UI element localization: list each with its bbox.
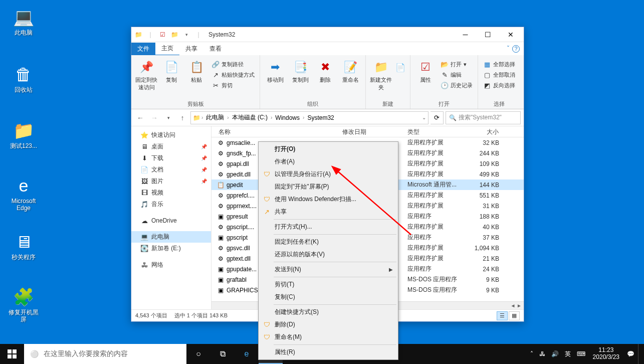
tray-overflow[interactable]: ˄ [528, 344, 536, 364]
properties-icon[interactable]: ☑ [157, 30, 167, 40]
desktop-icon-this-pc[interactable]: 💻此电脑 [6, 7, 41, 36]
desktop-icon-shutdown-tool[interactable]: 🖥秒关程序 [6, 232, 41, 261]
close-button[interactable]: ✕ [499, 27, 522, 42]
copy-button[interactable]: 📄复制 [159, 57, 183, 99]
breadcrumb[interactable]: 📁 › 此电脑› 本地磁盘 (C:)› Windows› System32 ⌄ [190, 111, 428, 124]
invert-selection-button[interactable]: ◩反向选择 [481, 80, 517, 90]
minimize-button[interactable]: ─ [454, 27, 477, 42]
icons-view-button[interactable]: ▦ [509, 311, 520, 320]
network-icon[interactable]: 🖧 [537, 344, 548, 364]
nav-documents[interactable]: 📄文档📌 [131, 164, 211, 175]
repair-boot-icon: 🧩 [14, 287, 34, 307]
desktop-icon-test-folder[interactable]: 📁测试123... [6, 120, 41, 149]
tab-home[interactable]: 主页 [155, 42, 179, 56]
up-button[interactable]: ↑ [176, 112, 188, 124]
start-button[interactable] [0, 344, 24, 364]
bc-this-pc[interactable]: 此电脑 [204, 112, 226, 123]
context-item[interactable]: 打开(O) [260, 143, 397, 155]
bc-windows[interactable]: Windows [273, 113, 302, 122]
nav-pictures[interactable]: 🖼图片📌 [131, 175, 211, 187]
copy-icon: 📄 [163, 59, 179, 75]
new-folder-button[interactable]: 📁新建文件夹 [369, 57, 393, 99]
copy-to-button[interactable]: 📑复制到 [288, 57, 312, 99]
forward-button[interactable]: → [148, 112, 160, 124]
nav-quick-access[interactable]: ⭐快速访问 [131, 129, 211, 141]
paste-shortcut-button[interactable]: ↗粘贴快捷方式 [209, 70, 257, 80]
refresh-button[interactable]: ⟳ [431, 111, 444, 124]
navigation-pane[interactable]: ⭐快速访问🖥桌面📌⬇下载📌📄文档📌🖼图片📌🎞视频🎵音乐☁OneDrive💻此电脑… [131, 126, 211, 309]
desktop-icon: 🖥 [140, 143, 148, 151]
back-button[interactable]: ← [134, 112, 146, 124]
col-name[interactable]: 名称 [211, 126, 339, 137]
select-none-button[interactable]: ▢全部取消 [481, 70, 517, 80]
desktop-icon-edge[interactable]: eMicrosoft Edge [6, 175, 41, 212]
bc-system32[interactable]: System32 [305, 113, 336, 122]
bc-drive-c[interactable]: 本地磁盘 (C:) [230, 112, 270, 123]
new-item-dropdown[interactable]: 📄 [394, 57, 407, 99]
delete-button[interactable]: ✖删除 [313, 57, 337, 99]
action-center-icon[interactable]: 💬 [624, 344, 637, 364]
context-item[interactable]: 🛡删除(D) [260, 318, 397, 331]
details-view-button[interactable]: ☰ [497, 311, 508, 320]
breadcrumb-dropdown[interactable]: ⌄ [422, 115, 426, 120]
context-item[interactable]: 还原以前的版本(V) [260, 248, 397, 261]
task-view-button[interactable]: ⧉ [210, 344, 235, 364]
context-item[interactable]: 固定到任务栏(K) [260, 236, 397, 248]
context-item[interactable]: 🛡使用 Windows Defender扫描... [260, 193, 397, 206]
search-input[interactable]: 🔍 搜索"System32" [446, 111, 521, 124]
tab-file[interactable]: 文件 [131, 43, 155, 55]
context-item[interactable]: 创建快捷方式(S) [260, 306, 397, 318]
nav-music[interactable]: 🎵音乐 [131, 199, 211, 210]
copy-path-button[interactable]: 🔗复制路径 [209, 59, 257, 69]
show-desktop-button[interactable] [638, 344, 641, 364]
ime-indicator[interactable]: 英 [562, 344, 573, 364]
context-item[interactable]: 复制(C) [260, 291, 397, 303]
context-item[interactable]: 作者(A) [260, 155, 397, 168]
context-item[interactable]: 打开方式(H)... [260, 221, 397, 233]
nav-this-pc[interactable]: 💻此电脑 [131, 231, 211, 243]
column-headers[interactable]: 名称 修改日期 类型 大小 [211, 126, 524, 137]
nav-volume-e[interactable]: 💽新加卷 (E:) [131, 243, 211, 254]
context-item[interactable]: 发送到(N)▶ [260, 263, 397, 276]
col-type[interactable]: 类型 [404, 126, 467, 137]
nav-videos[interactable]: 🎞视频 [131, 187, 211, 199]
tab-share[interactable]: 共享 [179, 43, 203, 55]
col-date[interactable]: 修改日期 [339, 126, 404, 137]
edit-button[interactable]: ✎编辑 [439, 70, 475, 80]
qat-dropdown[interactable]: ▾ [181, 30, 191, 40]
desktop[interactable]: 💻此电脑🗑回收站📁测试123...eMicrosoft Edge🖥秒关程序🧩修复… [0, 0, 644, 364]
context-item[interactable]: ↗共享 [260, 206, 397, 218]
edge-taskbar-button[interactable]: e [235, 344, 259, 364]
desktop-icon-recycle-bin[interactable]: 🗑回收站 [6, 64, 41, 93]
cortana-button[interactable]: ○ [186, 344, 210, 364]
keyboard-icon[interactable]: ⌨ [574, 344, 588, 364]
help-icon[interactable]: ? [512, 45, 520, 53]
nav-network[interactable]: 🖧网络 [131, 259, 211, 271]
context-item[interactable]: 属性(R) [260, 346, 397, 358]
clock[interactable]: 11:23 2020/3/23 [589, 347, 623, 361]
paste-button[interactable]: 📋粘贴 [184, 57, 208, 99]
properties-button[interactable]: ☑属性 [413, 57, 438, 99]
ribbon-collapse-icon[interactable]: ˇ [507, 45, 509, 52]
desktop-icon-repair-boot[interactable]: 🧩修复开机黑屏 [6, 287, 41, 323]
context-item[interactable]: 剪切(T) [260, 278, 397, 291]
pin-to-quick-access-button[interactable]: 📌固定到快速访问 [134, 57, 158, 99]
move-to-button[interactable]: ➡移动到 [263, 57, 287, 99]
context-item[interactable]: 🛡以管理员身份运行(A) [260, 168, 397, 180]
context-item[interactable]: 🛡重命名(M) [260, 331, 397, 343]
maximize-button[interactable]: ☐ [477, 27, 499, 42]
rename-button[interactable]: 📝重命名 [338, 57, 362, 99]
open-button[interactable]: 📂打开 ▾ [439, 59, 475, 69]
taskbar-search[interactable]: ⚪ 在这里输入你要搜索的内容 [24, 344, 186, 364]
volume-icon[interactable]: 🔊 [549, 344, 561, 364]
select-all-button[interactable]: ▦全部选择 [481, 59, 517, 69]
recent-dropdown[interactable]: ▾ [162, 112, 174, 124]
nav-desktop[interactable]: 🖥桌面📌 [131, 141, 211, 152]
history-button[interactable]: 🕑历史记录 [439, 80, 475, 90]
cut-button[interactable]: ✂剪切 [209, 80, 257, 90]
nav-onedrive[interactable]: ☁OneDrive [131, 215, 211, 226]
nav-downloads[interactable]: ⬇下载📌 [131, 152, 211, 164]
tab-view[interactable]: 查看 [203, 43, 228, 55]
context-item[interactable]: 固定到"开始"屏幕(P) [260, 180, 397, 193]
col-size[interactable]: 大小 [467, 126, 502, 137]
